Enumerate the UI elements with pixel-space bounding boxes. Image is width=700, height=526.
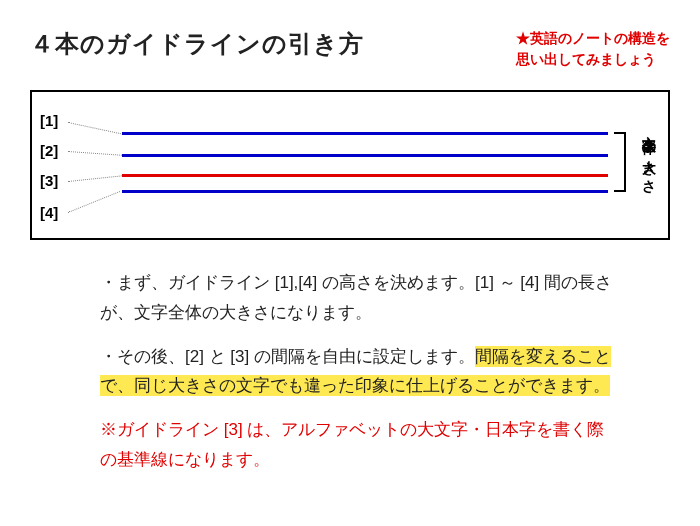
diagram: [1] [2] [3] [4] 文字全体の大きさ — [30, 90, 670, 240]
guideline-1 — [122, 132, 608, 135]
size-label: 文字全体の大きさ — [640, 124, 658, 188]
leader-3 — [68, 175, 122, 182]
paragraph-3: ※ガイドライン [3] は、アルファベットの大文字・日本字を書く際の基準線になり… — [100, 415, 620, 475]
bracket-icon — [614, 132, 626, 192]
leader-4 — [68, 191, 120, 213]
label-4: [4] — [40, 204, 58, 221]
label-2: [2] — [40, 142, 58, 159]
header: ４本のガイドラインの引き方 ★英語のノートの構造を 思い出してみましょう — [30, 28, 670, 70]
leader-1 — [68, 122, 123, 135]
page-title: ４本のガイドラインの引き方 — [30, 28, 364, 60]
body-text: ・まず、ガイドライン [1],[4] の高さを決めます。[1] ～ [4] 間の… — [30, 268, 670, 475]
label-3: [3] — [40, 172, 58, 189]
guideline-4 — [122, 190, 608, 193]
label-1: [1] — [40, 112, 58, 129]
note-line-2: 思い出してみましょう — [516, 51, 656, 67]
p2-plain: ・その後、[2] と [3] の間隔を自由に設定します。 — [100, 347, 475, 366]
guideline-3 — [122, 174, 608, 177]
guidelines-area — [122, 92, 608, 238]
header-note: ★英語のノートの構造を 思い出してみましょう — [516, 28, 670, 70]
guideline-2 — [122, 154, 608, 157]
note-line-1: ★英語のノートの構造を — [516, 30, 670, 46]
leader-2 — [68, 151, 122, 156]
paragraph-2: ・その後、[2] と [3] の間隔を自由に設定します。間隔を変えることで、同じ… — [100, 342, 620, 402]
paragraph-1: ・まず、ガイドライン [1],[4] の高さを決めます。[1] ～ [4] 間の… — [100, 268, 620, 328]
diagram-box: [1] [2] [3] [4] 文字全体の大きさ — [30, 90, 670, 240]
